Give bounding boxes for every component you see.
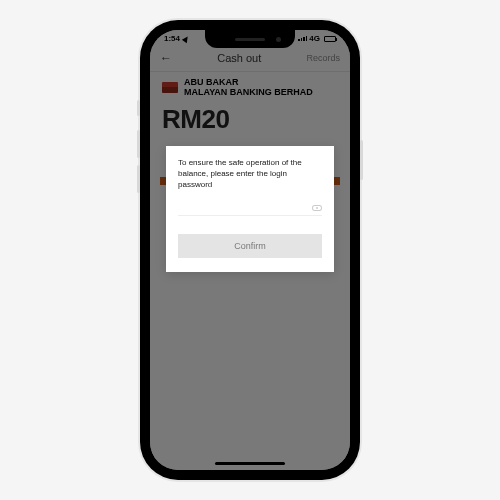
speaker-icon [235, 38, 265, 41]
notch [205, 30, 295, 48]
mute-switch [137, 100, 140, 116]
home-indicator[interactable] [215, 462, 285, 465]
volume-down-button [137, 165, 140, 193]
eye-icon[interactable] [312, 205, 322, 211]
password-modal: To ensure the safe operation of the bala… [166, 146, 334, 272]
confirm-button[interactable]: Confirm [178, 234, 322, 258]
phone-frame: 1:54 4G ← Cash out Records ABU BAKAR [140, 20, 360, 480]
screen: 1:54 4G ← Cash out Records ABU BAKAR [150, 30, 350, 470]
modal-message: To ensure the safe operation of the bala… [178, 158, 322, 190]
power-button [360, 140, 363, 180]
front-camera-icon [276, 37, 281, 42]
volume-up-button [137, 130, 140, 158]
password-input[interactable] [178, 200, 322, 216]
